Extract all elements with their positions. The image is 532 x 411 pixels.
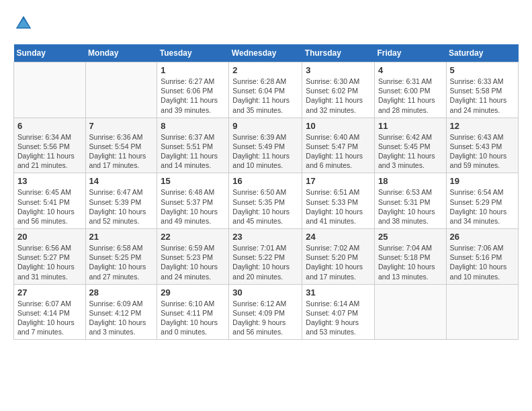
day-info: Sunrise: 6:47 AM Sunset: 5:39 PM Dayligh… [89, 187, 154, 226]
day-of-week-header: Saturday [446, 44, 518, 62]
day-info: Sunrise: 6:34 AM Sunset: 5:56 PM Dayligh… [17, 132, 82, 171]
day-info: Sunrise: 6:51 AM Sunset: 5:33 PM Dayligh… [306, 187, 371, 226]
calendar-cell: 25Sunrise: 7:04 AM Sunset: 5:18 PM Dayli… [374, 229, 446, 285]
day-info: Sunrise: 6:36 AM Sunset: 5:54 PM Dayligh… [89, 132, 154, 171]
day-number: 1 [161, 65, 225, 75]
day-info: Sunrise: 6:39 AM Sunset: 5:49 PM Dayligh… [232, 132, 298, 171]
day-number: 2 [232, 65, 298, 75]
calendar-week-row: 1Sunrise: 6:27 AM Sunset: 6:06 PM Daylig… [14, 62, 519, 118]
day-number: 15 [161, 176, 225, 186]
calendar-cell: 15Sunrise: 6:48 AM Sunset: 5:37 PM Dayli… [157, 173, 229, 229]
day-of-week-header: Sunday [14, 44, 86, 62]
day-number: 8 [161, 121, 225, 131]
calendar-cell: 7Sunrise: 6:36 AM Sunset: 5:54 PM Daylig… [85, 118, 157, 173]
day-number: 25 [378, 232, 443, 242]
calendar-week-row: 27Sunrise: 6:07 AM Sunset: 4:14 PM Dayli… [14, 284, 519, 340]
calendar-cell: 8Sunrise: 6:37 AM Sunset: 5:51 PM Daylig… [157, 118, 229, 173]
calendar-cell: 26Sunrise: 7:06 AM Sunset: 5:16 PM Dayli… [446, 229, 518, 285]
day-number: 13 [17, 176, 82, 186]
page-header [13, 13, 519, 34]
calendar-header-row: SundayMondayTuesdayWednesdayThursdayFrid… [14, 44, 519, 62]
calendar-cell [14, 62, 86, 118]
day-number: 26 [450, 232, 515, 242]
calendar-cell: 21Sunrise: 6:58 AM Sunset: 5:25 PM Dayli… [85, 229, 157, 285]
day-number: 11 [378, 121, 443, 131]
calendar-cell: 5Sunrise: 6:33 AM Sunset: 5:58 PM Daylig… [446, 62, 518, 118]
day-info: Sunrise: 6:58 AM Sunset: 5:25 PM Dayligh… [89, 243, 154, 281]
calendar-cell: 11Sunrise: 6:42 AM Sunset: 5:45 PM Dayli… [374, 118, 446, 173]
day-info: Sunrise: 6:59 AM Sunset: 5:23 PM Dayligh… [161, 243, 225, 281]
day-info: Sunrise: 6:31 AM Sunset: 6:00 PM Dayligh… [378, 77, 443, 115]
calendar-week-row: 20Sunrise: 6:56 AM Sunset: 5:27 PM Dayli… [14, 229, 519, 285]
logo [13, 13, 36, 34]
calendar-cell: 27Sunrise: 6:07 AM Sunset: 4:14 PM Dayli… [14, 284, 86, 340]
calendar-cell: 3Sunrise: 6:30 AM Sunset: 6:02 PM Daylig… [302, 62, 375, 118]
calendar-cell: 12Sunrise: 6:43 AM Sunset: 5:43 PM Dayli… [446, 118, 518, 173]
day-info: Sunrise: 6:09 AM Sunset: 4:12 PM Dayligh… [89, 299, 154, 337]
day-info: Sunrise: 6:30 AM Sunset: 6:02 PM Dayligh… [306, 77, 371, 115]
calendar-cell: 30Sunrise: 6:12 AM Sunset: 4:09 PM Dayli… [229, 284, 302, 340]
day-info: Sunrise: 6:10 AM Sunset: 4:11 PM Dayligh… [161, 299, 225, 337]
day-info: Sunrise: 6:48 AM Sunset: 5:37 PM Dayligh… [161, 187, 225, 226]
day-info: Sunrise: 6:50 AM Sunset: 5:35 PM Dayligh… [232, 187, 298, 226]
logo-icon [13, 13, 34, 34]
day-number: 4 [378, 65, 443, 75]
calendar-cell: 23Sunrise: 7:01 AM Sunset: 5:22 PM Dayli… [229, 229, 302, 285]
calendar-cell: 31Sunrise: 6:14 AM Sunset: 4:07 PM Dayli… [302, 284, 375, 340]
calendar-cell: 16Sunrise: 6:50 AM Sunset: 5:35 PM Dayli… [229, 173, 302, 229]
day-number: 31 [306, 287, 371, 298]
day-info: Sunrise: 6:56 AM Sunset: 5:27 PM Dayligh… [17, 243, 82, 281]
calendar-cell: 17Sunrise: 6:51 AM Sunset: 5:33 PM Dayli… [302, 173, 375, 229]
calendar-week-row: 13Sunrise: 6:45 AM Sunset: 5:41 PM Dayli… [14, 173, 519, 229]
day-number: 16 [232, 176, 298, 186]
day-number: 5 [450, 65, 515, 75]
day-number: 22 [161, 232, 225, 242]
day-number: 17 [306, 176, 371, 186]
day-info: Sunrise: 6:37 AM Sunset: 5:51 PM Dayligh… [161, 132, 225, 171]
day-info: Sunrise: 6:53 AM Sunset: 5:31 PM Dayligh… [378, 187, 443, 226]
calendar-cell: 6Sunrise: 6:34 AM Sunset: 5:56 PM Daylig… [14, 118, 86, 173]
day-info: Sunrise: 6:28 AM Sunset: 6:04 PM Dayligh… [232, 77, 298, 115]
day-number: 19 [450, 176, 515, 186]
calendar-cell [85, 62, 157, 118]
calendar-table: SundayMondayTuesdayWednesdayThursdayFrid… [13, 44, 519, 340]
calendar-cell: 22Sunrise: 6:59 AM Sunset: 5:23 PM Dayli… [157, 229, 229, 285]
calendar-cell: 19Sunrise: 6:54 AM Sunset: 5:29 PM Dayli… [446, 173, 518, 229]
day-info: Sunrise: 6:12 AM Sunset: 4:09 PM Dayligh… [232, 299, 298, 337]
calendar-cell: 18Sunrise: 6:53 AM Sunset: 5:31 PM Dayli… [374, 173, 446, 229]
calendar-cell [374, 284, 446, 340]
calendar-cell: 14Sunrise: 6:47 AM Sunset: 5:39 PM Dayli… [85, 173, 157, 229]
day-number: 24 [306, 232, 371, 242]
calendar-cell: 9Sunrise: 6:39 AM Sunset: 5:49 PM Daylig… [229, 118, 302, 173]
calendar-cell [446, 284, 518, 340]
day-info: Sunrise: 6:42 AM Sunset: 5:45 PM Dayligh… [378, 132, 443, 171]
calendar-cell: 29Sunrise: 6:10 AM Sunset: 4:11 PM Dayli… [157, 284, 229, 340]
calendar-week-row: 6Sunrise: 6:34 AM Sunset: 5:56 PM Daylig… [14, 118, 519, 173]
calendar-cell: 13Sunrise: 6:45 AM Sunset: 5:41 PM Dayli… [14, 173, 86, 229]
day-number: 27 [17, 287, 82, 298]
day-info: Sunrise: 6:54 AM Sunset: 5:29 PM Dayligh… [450, 187, 515, 226]
day-number: 10 [306, 121, 371, 131]
day-info: Sunrise: 6:07 AM Sunset: 4:14 PM Dayligh… [17, 299, 82, 337]
day-number: 30 [232, 287, 298, 298]
day-number: 6 [17, 121, 82, 131]
calendar-cell: 1Sunrise: 6:27 AM Sunset: 6:06 PM Daylig… [157, 62, 229, 118]
day-number: 18 [378, 176, 443, 186]
day-number: 28 [89, 287, 154, 298]
day-info: Sunrise: 6:33 AM Sunset: 5:58 PM Dayligh… [450, 77, 515, 115]
calendar-cell: 20Sunrise: 6:56 AM Sunset: 5:27 PM Dayli… [14, 229, 86, 285]
calendar-cell: 4Sunrise: 6:31 AM Sunset: 6:00 PM Daylig… [374, 62, 446, 118]
day-of-week-header: Tuesday [157, 44, 229, 62]
calendar-cell: 24Sunrise: 7:02 AM Sunset: 5:20 PM Dayli… [302, 229, 375, 285]
calendar-cell: 2Sunrise: 6:28 AM Sunset: 6:04 PM Daylig… [229, 62, 302, 118]
day-number: 14 [89, 176, 154, 186]
day-number: 20 [17, 232, 82, 242]
calendar-cell: 10Sunrise: 6:40 AM Sunset: 5:47 PM Dayli… [302, 118, 375, 173]
day-info: Sunrise: 7:01 AM Sunset: 5:22 PM Dayligh… [232, 243, 298, 281]
day-number: 29 [161, 287, 225, 298]
day-number: 12 [450, 121, 515, 131]
day-of-week-header: Wednesday [229, 44, 302, 62]
day-info: Sunrise: 6:14 AM Sunset: 4:07 PM Dayligh… [306, 299, 371, 337]
day-info: Sunrise: 7:02 AM Sunset: 5:20 PM Dayligh… [306, 243, 371, 281]
day-number: 7 [89, 121, 154, 131]
